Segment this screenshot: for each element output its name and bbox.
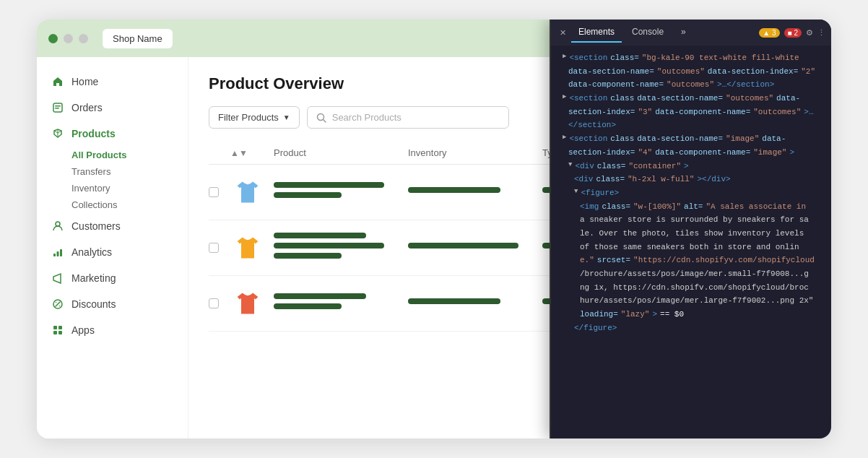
traffic-light-maximize[interactable] (79, 34, 88, 43)
svg-rect-5 (57, 251, 59, 256)
devtools-tabbar: ✕ Elements Console » ▲ 3 ■ 2 ⚙ ⋮ (551, 20, 831, 46)
svg-rect-1 (55, 105, 61, 107)
more-options-icon[interactable]: ⋮ (817, 28, 825, 38)
sidebar-products-label: Products (71, 128, 116, 139)
code-line: le. Over the photo, tiles show inventory… (557, 227, 825, 241)
svg-rect-2 (55, 108, 59, 109)
devtools-badge-area: ▲ 3 ■ 2 ⚙ ⋮ (759, 28, 825, 38)
product-image-3 (230, 286, 265, 321)
settings-icon[interactable]: ⚙ (806, 28, 813, 38)
col-checkbox (209, 147, 230, 158)
col-inventory: Inventory (408, 147, 542, 158)
traffic-light-close[interactable] (48, 34, 58, 43)
error-badge: ■ 2 (784, 28, 802, 38)
sidebar-item-products[interactable]: Products (37, 121, 188, 147)
customers-icon (51, 220, 64, 233)
sidebar-item-discounts[interactable]: Discounts (37, 291, 188, 317)
discounts-icon (51, 298, 64, 311)
row-checkbox-2[interactable] (209, 243, 219, 253)
sidebar-discounts-label: Discounts (71, 298, 116, 310)
sidebar-home-label: Home (71, 76, 98, 87)
row-3-inventory (408, 298, 542, 308)
apps-icon (51, 324, 64, 337)
expand-icon[interactable]: ▶ (563, 51, 566, 62)
code-line: section-index="3" data-component-name="o… (557, 105, 825, 119)
code-line: </section> (557, 118, 825, 132)
sort-control[interactable]: ▲▼ (230, 147, 274, 158)
sidebar-subitem-collections[interactable]: Collections (37, 196, 188, 213)
devtools-code-panel[interactable]: ▶ <section class="bg-kale-90 text-white … (551, 46, 831, 438)
expand-icon[interactable]: ▼ (568, 160, 572, 170)
devtools-panel: ✕ Elements Console » ▲ 3 ■ 2 ⚙ ⋮ (550, 20, 831, 438)
filter-button[interactable]: Filter Products ▼ (209, 106, 300, 129)
shop-name-button[interactable]: Shop Name (103, 29, 173, 48)
sidebar-subitem-transfers[interactable]: Transfers (37, 163, 188, 180)
sidebar-customers-label: Customers (71, 220, 121, 232)
tshirt-yellow-icon (233, 235, 262, 261)
expand-icon[interactable]: ▶ (563, 92, 566, 103)
orders-icon (51, 101, 64, 114)
sidebar-item-orders[interactable]: Orders (37, 95, 188, 121)
sidebar-orders-label: Orders (71, 102, 103, 113)
code-line: ▼ <div class="container"> (557, 160, 825, 173)
main-layout: Home Orders (37, 57, 831, 438)
sidebar-item-marketing[interactable]: Marketing (37, 265, 188, 291)
code-line: data-section-name="outcomes" data-sectio… (557, 65, 825, 79)
sidebar-marketing-label: Marketing (71, 272, 116, 284)
svg-rect-11 (58, 331, 62, 334)
svg-rect-8 (53, 326, 57, 329)
sidebar-item-apps[interactable]: Apps (37, 317, 188, 343)
col-product: Product (274, 147, 408, 158)
expand-icon[interactable]: ▼ (574, 186, 578, 197)
home-icon (51, 75, 64, 88)
code-line: ng 1x, https://cdn.shopifv.com/shopifycl… (557, 281, 825, 295)
sidebar-analytics-label: Analytics (71, 246, 112, 258)
product-image-1 (230, 175, 265, 209)
svg-rect-6 (60, 249, 62, 256)
devtools-tab-elements[interactable]: Elements (571, 22, 622, 43)
chevron-down-icon: ▼ (283, 113, 290, 121)
row-checkbox-1[interactable] (209, 187, 219, 197)
devtools-close-button[interactable]: ✕ (557, 27, 568, 38)
products-icon (51, 127, 64, 140)
traffic-light-minimize[interactable] (64, 34, 73, 43)
tshirt-blue-icon (233, 179, 262, 205)
code-line: ▶ <section class data-section-name="imag… (557, 132, 825, 146)
code-line: of those same sneakers both in store and… (557, 241, 825, 254)
row-2-product (274, 233, 408, 263)
sidebar-item-customers[interactable]: Customers (37, 213, 188, 239)
svg-rect-10 (53, 331, 57, 334)
search-bar[interactable]: Search Products (307, 106, 509, 129)
row-1-product (274, 182, 408, 202)
search-icon (316, 113, 326, 123)
sidebar-subitem-all-products[interactable]: All Products (37, 147, 188, 163)
marketing-icon (51, 272, 64, 285)
code-line: ▶ <section class data-section-name="outc… (557, 92, 825, 105)
browser-window: Shop Name Home (37, 20, 831, 438)
devtools-tab-more[interactable]: » (674, 22, 693, 43)
analytics-icon (51, 246, 64, 259)
code-line: loading="lazy"> == $0 (557, 308, 825, 321)
sidebar-item-home[interactable]: Home (37, 69, 188, 95)
sidebar-item-analytics[interactable]: Analytics (37, 239, 188, 265)
svg-point-3 (56, 222, 60, 226)
sidebar: Home Orders (37, 57, 188, 438)
row-1-inventory (408, 187, 542, 197)
row-3-product (274, 293, 408, 314)
row-checkbox-3[interactable] (209, 298, 219, 308)
code-line: hure/assets/pos/image/mer.large-f7f9002.… (557, 294, 825, 308)
code-line: data-component-name="outcomes">…</sectio… (557, 78, 825, 92)
search-placeholder: Search Products (332, 112, 402, 123)
code-line: section-index="4" data-component-name="i… (557, 146, 825, 160)
sidebar-apps-label: Apps (71, 324, 95, 336)
tshirt-orange-icon (233, 290, 262, 316)
code-line: /brochure/assets/pos/image/mer.small-f7f… (557, 267, 825, 281)
code-line: ▼ <figure> (557, 186, 825, 200)
devtools-tab-console[interactable]: Console (625, 22, 671, 43)
sidebar-subitem-inventory[interactable]: Inventory (37, 180, 188, 196)
code-line: a sneaker store is surrounded by sneaker… (557, 213, 825, 227)
expand-icon[interactable]: ▶ (563, 132, 566, 143)
code-line: e." srcset="https://cdn.shopifyv.com/sho… (557, 254, 825, 267)
svg-rect-9 (58, 326, 62, 329)
code-line: ▶ <section class="bg-kale-90 text-white … (557, 51, 825, 65)
